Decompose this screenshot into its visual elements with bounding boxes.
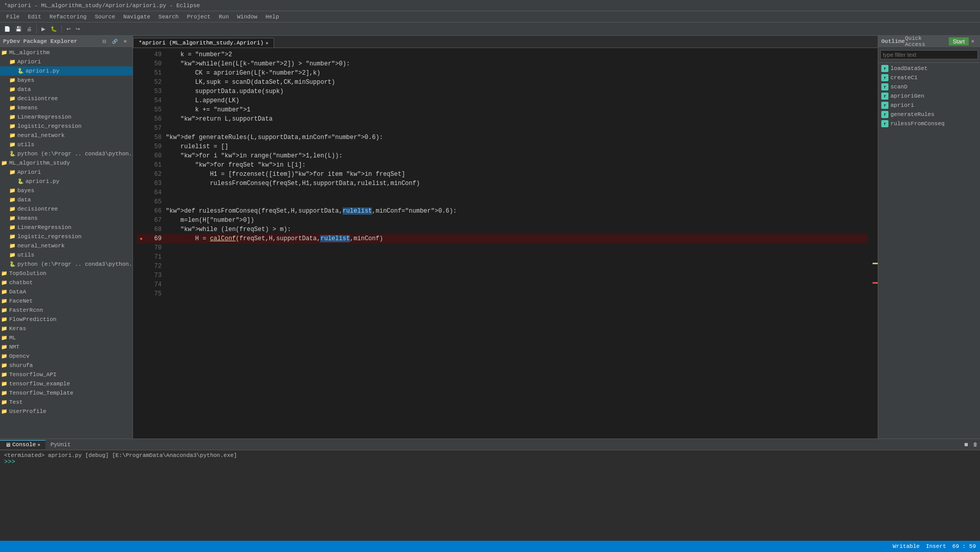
line-content-53[interactable]: supportData.update(supk) xyxy=(166,87,867,96)
undo-btn[interactable]: ↩ xyxy=(64,25,73,33)
pe-item-decisiontree2[interactable]: 📁decisiontree xyxy=(0,204,132,214)
line-content-62[interactable]: H1 = [frozenset([item])"kw">for item "kw… xyxy=(166,170,867,179)
line-content-50[interactable]: "kw">while(len(L[k-"number">2]) > "numbe… xyxy=(166,59,867,68)
line-content-58[interactable]: "kw">def generateRules(L,supportData,min… xyxy=(166,133,867,142)
outline-item-loaddataset[interactable]: floadDataSet xyxy=(880,64,978,73)
pe-item-ml_algorithm[interactable]: 📁ML_algorithm xyxy=(0,48,132,57)
menu-navigate[interactable]: Navigate xyxy=(119,13,154,21)
pe-item-decisiontree[interactable]: 📁decisiontree xyxy=(0,94,132,103)
line-content-60[interactable]: "kw">for i "kw">in range("number">1,len(… xyxy=(166,151,867,160)
line-content-73[interactable] xyxy=(166,271,867,280)
line-content-66[interactable]: "kw">def rulessFromConseq(freqSet,H,supp… xyxy=(166,206,867,216)
pe-item-userprofile[interactable]: 📁UserProfile xyxy=(0,407,132,416)
line-content-69[interactable]: H = calConf(freqSet,H,supportData,ruleli… xyxy=(166,234,867,243)
pe-item-test[interactable]: 📁Test xyxy=(0,398,132,407)
run-btn[interactable]: ▶ xyxy=(39,25,48,33)
pe-item-flowPrediction[interactable]: 📁FlowPrediction xyxy=(0,315,132,324)
line-content-59[interactable]: rulelist = [] xyxy=(166,142,867,151)
pe-collapse-btn[interactable]: ⊟ xyxy=(100,38,108,45)
print-btn[interactable]: 🖨 xyxy=(25,25,34,33)
console-close-icon[interactable]: ✕ xyxy=(37,442,40,448)
menu-search[interactable]: Search xyxy=(154,13,183,21)
pe-item-bayes[interactable]: 📁bayes xyxy=(0,76,132,85)
line-content-57[interactable] xyxy=(166,124,867,133)
pe-item-python_env[interactable]: 🐍python (e:\Progr .. conda3\python.exe) xyxy=(0,149,132,158)
pe-item-linearregression2[interactable]: 📁LinearRegression xyxy=(0,223,132,232)
pe-content[interactable]: 📁ML_algorithm📁Apriori🐍apriori.py📁bayes📁d… xyxy=(0,47,132,439)
new-btn[interactable]: 📄 xyxy=(2,25,12,33)
pe-item-neural2[interactable]: 📁neural_network xyxy=(0,241,132,250)
line-content-70[interactable] xyxy=(166,243,867,252)
pe-item-linearregression[interactable]: 📁LinearRegression xyxy=(0,112,132,122)
pe-link-btn[interactable]: 🔗 xyxy=(110,38,120,45)
line-content-74[interactable] xyxy=(166,280,867,289)
menu-source[interactable]: Source xyxy=(91,13,119,21)
save-btn[interactable]: 💾 xyxy=(13,25,24,33)
pe-item-apriori_root[interactable]: 📁Apriori xyxy=(0,57,132,66)
outline-item-apriorigen[interactable]: faprioriGen xyxy=(880,91,978,101)
line-content-72[interactable] xyxy=(166,262,867,271)
pe-item-fasterRcnn[interactable]: 📁FasterRcnn xyxy=(0,306,132,315)
menu-refactoring[interactable]: Refactoring xyxy=(46,13,91,21)
pe-item-bayes2[interactable]: 📁bayes xyxy=(0,186,132,195)
pe-item-utils2[interactable]: 📁utils xyxy=(0,250,132,260)
pe-item-tensorflow_template[interactable]: 📁Tensorflow_Template xyxy=(0,388,132,398)
start-button[interactable]: Start xyxy=(949,37,969,45)
line-content-52[interactable]: LK,supk = scanD(dataSet,CK,minSupport) xyxy=(166,78,867,87)
line-content-75[interactable] xyxy=(166,289,867,298)
line-content-56[interactable]: "kw">return L,supportData xyxy=(166,114,867,124)
pe-item-python_env2[interactable]: 🐍python (e:\Progr .. conda3\python.exe) xyxy=(0,260,132,269)
pe-item-faceNet[interactable]: 📁FaceNet xyxy=(0,296,132,306)
pe-item-ml[interactable]: 📁ML xyxy=(0,333,132,342)
menu-run[interactable]: Run xyxy=(215,13,233,21)
pe-item-logistic2[interactable]: 📁logistic_regression xyxy=(0,232,132,241)
menu-edit[interactable]: Edit xyxy=(24,13,45,21)
console-terminate-btn[interactable]: ⏹ xyxy=(962,441,971,448)
outline-filter-input[interactable] xyxy=(880,50,978,59)
menu-help[interactable]: Help xyxy=(261,13,283,21)
line-content-71[interactable] xyxy=(166,252,867,262)
pe-item-chatbot[interactable]: 📁chatbot xyxy=(0,278,132,287)
debug-btn[interactable]: 🐛 xyxy=(49,25,59,33)
pe-item-kmeans2[interactable]: 📁kmeans xyxy=(0,214,132,223)
pe-item-tensorflow[interactable]: 📁Tensorflow_API xyxy=(0,370,132,379)
code-area[interactable]: 49 k = "number">250 "kw">while(len(L[k-"… xyxy=(133,48,872,439)
redo-btn[interactable]: ↪ xyxy=(74,25,82,33)
outline-item-rulessfromconseq[interactable]: frulessFromConseq xyxy=(880,119,978,128)
console-content[interactable]: <terminated> apriori.py [debug] [E:\Prog… xyxy=(0,450,980,541)
outline-close-btn[interactable]: ✕ xyxy=(969,38,977,45)
pe-item-dataA[interactable]: 📁DataA xyxy=(0,287,132,296)
outline-item-createc1[interactable]: fcreateC1 xyxy=(880,73,978,82)
console-clear-btn[interactable]: 🗑 xyxy=(971,441,980,448)
pe-item-neural_network[interactable]: 📁neural_network xyxy=(0,131,132,140)
pe-item-utils[interactable]: 📁utils xyxy=(0,140,132,149)
line-content-54[interactable]: L.append(LK) xyxy=(166,96,867,105)
pe-item-nmt[interactable]: 📁NMT xyxy=(0,342,132,352)
line-content-63[interactable]: rulessFromConseq(freqSet,H1,supportData,… xyxy=(166,179,867,188)
pe-item-apriori_py2[interactable]: 🐍apriori.py xyxy=(0,177,132,186)
editor-tab-apriori[interactable]: *apriori (ML_algorithm_study.Apriori) ✕ xyxy=(133,38,274,48)
tab-close-icon[interactable]: ✕ xyxy=(265,40,268,46)
tab-console[interactable]: 🖥 Console ✕ xyxy=(0,440,46,449)
line-content-67[interactable]: m=len(H["number">0]) xyxy=(166,216,867,225)
pe-item-keras[interactable]: 📁Keras xyxy=(0,324,132,333)
pe-item-ml_algorithm_study[interactable]: 📁ML_algorithm_study xyxy=(0,158,132,168)
pe-item-logistic_regression[interactable]: 📁logistic_regression xyxy=(0,122,132,131)
outline-item-apriori[interactable]: fapriori xyxy=(880,101,978,110)
pe-item-tensorflow_example[interactable]: 📁tensorflow_example xyxy=(0,379,132,388)
menu-project[interactable]: Project xyxy=(183,13,214,21)
outline-item-generaterules[interactable]: fgenerateRules xyxy=(880,110,978,119)
menu-file[interactable]: File xyxy=(2,13,24,21)
pe-item-opencv[interactable]: 📁Opencv xyxy=(0,352,132,361)
pe-item-apriori_py[interactable]: 🐍apriori.py xyxy=(0,66,132,76)
pe-item-topsolution[interactable]: 📁TopSolution xyxy=(0,269,132,278)
line-content-61[interactable]: "kw">for freqSet "kw">in L[i]: xyxy=(166,160,867,170)
line-content-49[interactable]: k = "number">2 xyxy=(166,50,867,59)
line-content-68[interactable]: "kw">while (len(freqSet) > m): xyxy=(166,225,867,234)
pe-item-data2[interactable]: 📁data xyxy=(0,195,132,204)
tab-pyunit[interactable]: PyUnit xyxy=(46,441,76,449)
line-content-51[interactable]: CK = aprioriGen(L[k-"number">2],k) xyxy=(166,68,867,78)
pe-item-data[interactable]: 📁data xyxy=(0,85,132,94)
pe-item-kmeans[interactable]: 📁kmeans xyxy=(0,103,132,112)
pe-item-shurufa[interactable]: 📁shurufa xyxy=(0,361,132,370)
